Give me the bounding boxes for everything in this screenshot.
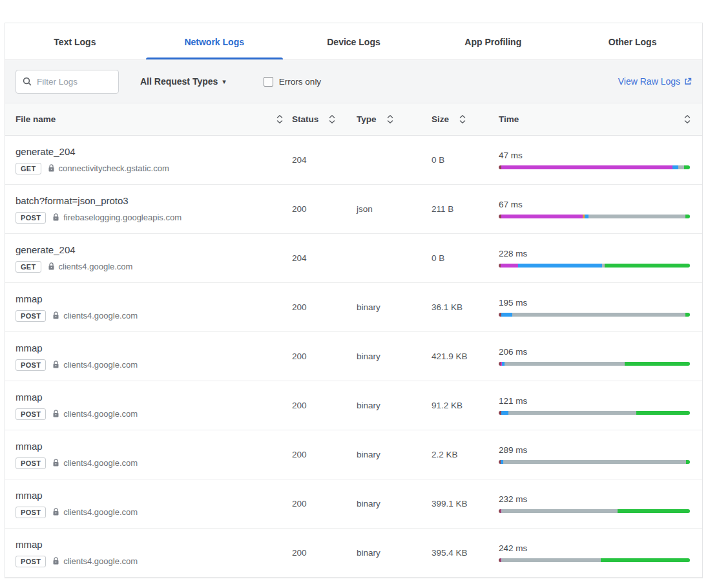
request-file-name: mmap [16,392,292,403]
table-row[interactable]: mmap POST clients4.google.com 200 binary [5,283,702,332]
sort-icon-size[interactable] [459,114,466,124]
tab-network-logs[interactable]: Network Logs [145,23,284,59]
tab-app-profiling[interactable]: App Profiling [423,23,563,59]
column-header-file-name: File name [16,114,56,124]
request-file-name: mmap [16,490,292,501]
request-size: 36.1 KB [432,302,499,312]
request-type: binary [357,548,432,558]
request-domain: firebaselogging.googleapis.com [63,213,182,222]
request-status: 200 [292,352,357,361]
request-timing-bar [499,362,690,366]
request-time: 121 ms [499,396,690,406]
timing-segment-green [625,362,690,366]
request-size: 421.9 KB [432,352,499,361]
lock-icon [52,557,59,565]
view-raw-logs-link[interactable]: View Raw Logs [618,76,692,87]
request-time: 242 ms [499,543,690,553]
timing-segment-gray [501,509,617,513]
request-domain: clients4.google.com [63,458,138,468]
tab-label: Device Logs [327,37,380,47]
request-status: 200 [292,499,357,509]
request-timing-bar [499,215,690,218]
request-status: 204 [292,155,357,165]
request-timing-bar [499,411,690,415]
request-time: 289 ms [499,445,690,455]
request-domain: clients4.google.com [63,360,138,370]
request-domain: clients4.google.com [63,556,138,566]
timing-segment-magenta [501,264,518,268]
filter-logs-searchbox[interactable] [16,70,119,94]
column-header-status: Status [292,114,318,124]
request-timing-bar [499,509,690,513]
table-row[interactable]: mmap POST clients4.google.com 200 binary [5,381,702,430]
request-type: binary [357,499,432,509]
request-size: 0 B [432,155,499,165]
request-domain: clients4.google.com [59,262,133,271]
request-file-name: batch?format=json_proto3 [16,195,292,206]
request-file-name: generate_204 [16,244,292,255]
request-time: 67 ms [499,200,690,209]
request-size: 2.2 KB [432,450,499,459]
table-row[interactable]: mmap POST clients4.google.com 200 binary [5,529,702,578]
http-method-badge: POST [16,310,46,322]
table-row[interactable]: mmap POST clients4.google.com 200 binary [5,332,702,381]
tab-label: App Profiling [464,37,521,47]
tab-device-logs[interactable]: Device Logs [284,23,424,59]
tab-label: Network Logs [184,37,244,47]
errors-only-toggle[interactable]: Errors only [264,77,321,87]
http-method-badge: POST [16,507,46,518]
request-status: 204 [292,253,357,263]
tab-other-logs[interactable]: Other Logs [563,23,702,59]
lock-icon [48,164,55,173]
request-timing-bar [499,313,690,317]
tab-text-logs[interactable]: Text Logs [5,23,145,59]
request-type: binary [357,302,432,312]
request-type-dropdown[interactable]: All Request Types ▾ [140,76,226,87]
request-type: binary [357,401,432,410]
request-domain: connectivitycheck.gstatic.com [59,163,169,173]
timing-segment-green [685,215,690,218]
timing-segment-green [601,558,690,562]
timing-segment-gray [501,558,601,562]
request-file-name: mmap [16,293,292,304]
sort-icon-status[interactable] [329,114,335,124]
http-method-badge: POST [16,556,46,567]
timing-segment-blue [501,411,508,415]
network-logs-panel: Text LogsNetwork LogsDevice LogsApp Prof… [5,23,703,578]
lock-icon [52,213,59,222]
timing-segment-blue [501,313,512,317]
http-method-badge: GET [16,261,41,273]
request-time: 47 ms [499,151,690,160]
search-icon [23,77,32,86]
request-status: 200 [292,204,357,214]
sort-icon-file-name[interactable] [276,114,283,124]
timing-segment-gray [508,411,636,415]
request-timing-bar [499,264,690,268]
tab-label: Other Logs [609,37,657,47]
request-file-name: generate_204 [16,146,292,157]
request-type-dropdown-label: All Request Types [140,76,218,87]
table-row[interactable]: mmap POST clients4.google.com 200 binary [5,479,702,529]
filter-logs-input[interactable] [37,77,112,87]
lock-icon [48,262,55,271]
sort-icon-time[interactable] [684,114,691,124]
request-status: 200 [292,450,357,459]
request-type: binary [357,352,432,361]
timing-segment-gray [505,362,625,366]
table-row[interactable]: batch?format=json_proto3 POST firebaselo… [5,185,702,234]
table-row[interactable]: mmap POST clients4.google.com 200 binary [5,430,702,479]
timing-segment-green [686,460,690,464]
table-row[interactable]: generate_204 GET clients4.google.com 204 [5,234,702,283]
http-method-badge: POST [16,457,46,469]
timing-segment-magenta [501,165,672,169]
request-type: binary [357,450,432,459]
request-timing-bar [499,165,690,169]
request-size: 0 B [432,253,499,263]
errors-only-checkbox[interactable] [264,77,273,87]
sort-icon-type[interactable] [387,114,393,124]
timing-segment-gray [678,165,684,169]
table-row[interactable]: generate_204 GET connectivitycheck.gstat… [5,136,702,185]
errors-only-label: Errors only [279,77,321,87]
lock-icon [52,508,59,516]
http-method-badge: POST [16,359,46,371]
